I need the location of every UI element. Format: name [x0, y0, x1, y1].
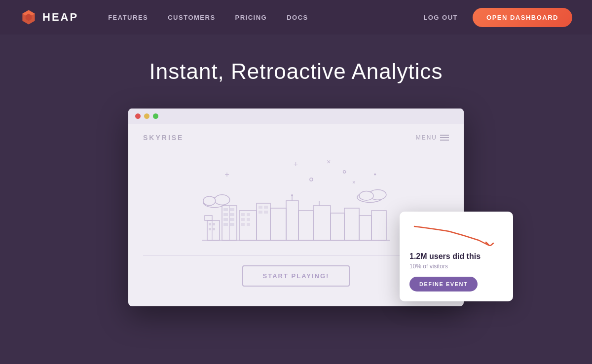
svg-rect-38	[298, 211, 313, 240]
svg-rect-43	[371, 211, 386, 240]
svg-rect-31	[230, 218, 234, 221]
svg-point-9	[374, 173, 376, 175]
menu-line-2	[440, 137, 449, 138]
open-dashboard-button[interactable]: OPEN DASHBOARD	[473, 8, 572, 27]
start-playing-button[interactable]: START PLAYING!	[242, 265, 350, 287]
svg-rect-26	[223, 208, 228, 211]
nav-docs[interactable]: DOCS	[287, 14, 308, 21]
app-header: SKYRISE MENU	[143, 134, 449, 142]
close-dot	[135, 113, 141, 119]
svg-rect-53	[264, 211, 268, 214]
svg-rect-48	[241, 223, 245, 226]
svg-rect-29	[230, 213, 234, 216]
tooltip-stat: 1.2M users did this	[409, 252, 503, 261]
nav-customers[interactable]: CUSTOMERS	[168, 14, 215, 21]
app-menu: MENU	[416, 134, 449, 141]
svg-rect-51	[264, 206, 268, 209]
navbar: HEAP FEATURES CUSTOMERS PRICING DOCS LOG…	[0, 0, 592, 35]
logout-button[interactable]: LOG OUT	[423, 14, 458, 21]
svg-rect-44	[241, 213, 245, 216]
svg-rect-45	[247, 213, 250, 216]
tooltip-card: 1.2M users did this 10% of visitors DEFI…	[400, 212, 513, 301]
svg-rect-23	[213, 228, 215, 230]
svg-rect-22	[209, 228, 211, 230]
nav-pricing[interactable]: PRICING	[235, 14, 267, 21]
svg-rect-39	[313, 206, 331, 240]
define-event-button[interactable]: DEFINE EVENT	[409, 277, 478, 291]
svg-rect-49	[247, 223, 250, 226]
logo-text: HEAP	[42, 11, 78, 24]
svg-rect-35	[257, 203, 270, 240]
svg-rect-20	[209, 223, 211, 225]
svg-rect-37	[286, 201, 298, 240]
nav-right: LOG OUT OPEN DASHBOARD	[423, 8, 572, 27]
menu-line-3	[440, 140, 449, 141]
svg-text:+: +	[294, 159, 298, 169]
logo[interactable]: HEAP	[20, 8, 78, 26]
menu-line-1	[440, 135, 449, 136]
hero-title: Instant, Retroactive Analytics	[149, 59, 443, 84]
browser-bar	[128, 109, 464, 124]
svg-rect-52	[259, 211, 262, 214]
svg-rect-50	[259, 206, 262, 209]
svg-rect-19	[205, 216, 212, 220]
tooltip-sub: 10% of visitors	[409, 263, 503, 270]
svg-rect-36	[270, 208, 286, 240]
svg-rect-21	[213, 223, 215, 225]
maximize-dot	[153, 113, 158, 119]
svg-point-8	[343, 171, 346, 173]
svg-text:+: +	[224, 170, 229, 179]
nav-features[interactable]: FEATURES	[108, 14, 148, 21]
trend-chart	[409, 221, 508, 246]
app-logo: SKYRISE	[143, 134, 184, 142]
menu-label: MENU	[416, 134, 437, 141]
svg-rect-32	[223, 223, 228, 226]
nav-links: FEATURES CUSTOMERS PRICING DOCS	[108, 14, 423, 21]
hero-section: Instant, Retroactive Analytics SKYRISE M…	[0, 35, 592, 306]
svg-rect-41	[344, 208, 359, 240]
minimize-dot	[144, 113, 149, 119]
city-svg	[202, 181, 390, 250]
hamburger-icon	[440, 135, 449, 141]
svg-rect-42	[359, 216, 371, 240]
svg-point-7	[310, 178, 313, 181]
svg-rect-27	[230, 208, 234, 211]
svg-rect-40	[331, 213, 344, 240]
svg-rect-33	[230, 223, 234, 226]
svg-point-55	[291, 194, 293, 196]
svg-rect-30	[223, 218, 228, 221]
browser-mockup: SKYRISE MENU +	[128, 109, 464, 306]
svg-rect-47	[247, 218, 250, 221]
svg-rect-46	[241, 218, 245, 221]
svg-rect-28	[223, 213, 228, 216]
tooltip-chart	[409, 221, 503, 246]
svg-text:×: ×	[327, 158, 331, 166]
logo-icon	[20, 8, 37, 26]
